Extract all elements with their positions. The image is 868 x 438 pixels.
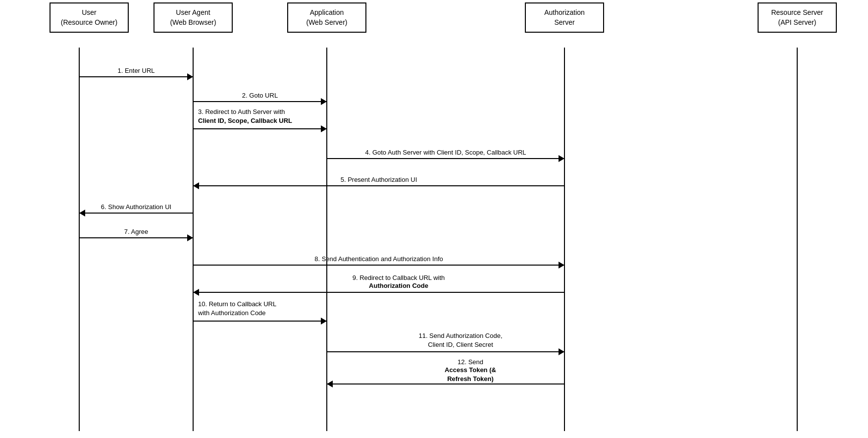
svg-text:Client ID, Scope, Callback URL: Client ID, Scope, Callback URL (198, 117, 292, 124)
svg-marker-22 (79, 210, 85, 217)
svg-text:Refresh Token): Refresh Token) (447, 375, 494, 383)
svg-text:10. Return to Callback URL: 10. Return to Callback URL (198, 300, 276, 308)
svg-marker-19 (193, 182, 199, 189)
svg-marker-31 (193, 289, 199, 296)
svg-text:12. Send: 12. Send (458, 358, 483, 366)
svg-marker-6 (187, 73, 193, 80)
svg-text:9. Redirect to Callback URL wi: 9. Redirect to Callback URL with (353, 274, 445, 281)
arrows-svg: User(Resource Owner)User Agent(Web Brows… (0, 0, 868, 438)
svg-text:11. Send Authorization Code,: 11. Send Authorization Code, (418, 332, 502, 339)
svg-text:3. Redirect to Auth Server wit: 3. Redirect to Auth Server with (198, 108, 285, 115)
svg-text:5. Present Authorization UI: 5. Present Authorization UI (341, 176, 417, 183)
svg-marker-39 (559, 348, 564, 355)
svg-text:8. Send Authentication and Aut: 8. Send Authentication and Authorization… (314, 255, 443, 263)
sequence-diagram: User(Resource Owner)User Agent(Web Brows… (0, 0, 868, 438)
svg-marker-35 (321, 318, 327, 325)
svg-marker-25 (187, 234, 193, 241)
svg-marker-9 (321, 98, 327, 105)
svg-text:Client ID, Client Secret: Client ID, Client Secret (428, 341, 493, 348)
svg-text:4. Goto Auth Server with Clien: 4. Goto Auth Server with Client ID, Scop… (365, 149, 526, 156)
svg-text:Authorization Code: Authorization Code (369, 282, 428, 289)
svg-marker-43 (327, 381, 333, 387)
svg-text:6. Show Authorization UI: 6. Show Authorization UI (101, 203, 171, 211)
svg-text:2. Goto URL: 2. Goto URL (242, 92, 278, 99)
svg-marker-12 (321, 125, 327, 132)
svg-text:Access Token (&: Access Token (& (445, 366, 496, 374)
svg-marker-16 (559, 155, 564, 162)
svg-marker-28 (559, 262, 564, 269)
svg-text:with Authorization Code: with Authorization Code (198, 309, 266, 317)
svg-text:1. Enter URL: 1. Enter URL (117, 67, 154, 74)
svg-text:7. Agree: 7. Agree (124, 228, 148, 235)
